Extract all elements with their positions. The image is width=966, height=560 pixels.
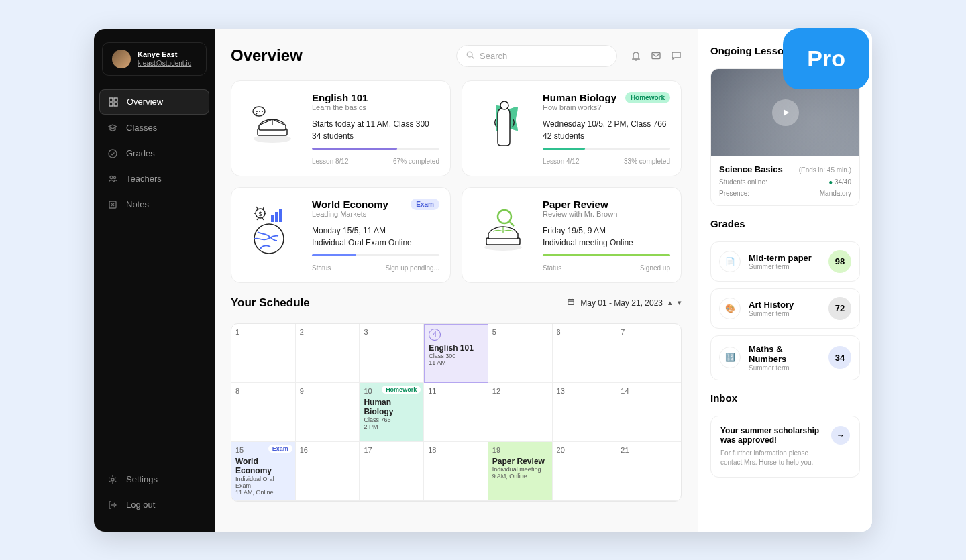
bell-icon[interactable] [631,50,641,61]
day-number: 1 [235,328,239,336]
svg-point-8 [111,478,114,481]
grade-item[interactable]: 🔢 Maths & Numbers Summer term 34 [710,335,860,380]
search-placeholder: Search [480,51,507,61]
day-number: 14 [621,387,629,395]
sidebar-item-teachers[interactable]: Teachers [99,167,209,191]
calendar-cell[interactable]: 10Homework Human Biology Class 766 2 PM [360,383,424,442]
calendar-cell[interactable]: 8 [231,383,296,442]
event-sub1: Individual meeting [492,466,548,473]
sidebar-item-overview[interactable]: Overview [99,89,209,115]
card-line1: Wednesday 10/5, 2 PM, Class 766 [543,119,670,129]
calendar-cell[interactable]: 2 [296,324,360,383]
calendar-cell[interactable]: 15Exam World Economy Individual Oral Exa… [231,442,296,501]
profile-card[interactable]: Kanye East k.east@student.io [102,42,207,76]
grade-score: 72 [828,297,851,320]
nav: Overview Classes Grades Teachers [94,89,215,459]
progress-pct: 33% completed [624,158,670,165]
day-number: 7 [621,328,625,336]
event-sub2: 11 AM [429,359,484,366]
calendar-cell[interactable]: 19 Paper Review Individual meeting 9 AM,… [488,442,553,501]
search-input[interactable]: Search [456,45,617,67]
sidebar-item-classes[interactable]: Classes [99,116,209,140]
avatar [112,50,131,68]
card-illustration [473,92,533,152]
profile-email[interactable]: k.east@student.io [138,59,191,68]
nav-label: Classes [126,123,157,133]
inbox-title: Your summer scholarship was approved! [720,426,823,445]
calendar-cell[interactable]: 13 [553,383,617,442]
mail-icon[interactable] [651,50,661,61]
card-line1: Friday 19/5, 9 AM [543,226,670,235]
grade-item[interactable]: 📄 Mid-term paper Summer term 98 [710,241,860,282]
sidebar-item-grades[interactable]: Grades [99,142,209,166]
svg-rect-27 [488,233,518,239]
calendar-cell[interactable]: 5 [488,324,553,383]
day-number: 2 [300,328,304,336]
calendar-cell[interactable]: 20 [553,442,617,501]
grade-item[interactable]: 🎨 Art History Summer term 72 [710,288,860,329]
sidebar-item-notes[interactable]: Notes [99,192,209,217]
card-line2: Individual Oral Exam Online [312,238,439,247]
day-number: 3 [364,328,368,336]
day-number: 16 [300,446,308,454]
grades-list: 📄 Mid-term paper Summer term 98 🎨 Art Hi… [710,241,860,380]
event-sub2: 2 PM [364,423,419,430]
right-panel: Ongoing Lesson Science Basics (Ends in: … [698,29,872,532]
calendar-cell[interactable]: 4 English 101 Class 300 11 AM [424,324,488,383]
day-number: 4 [429,329,441,341]
chevron-down-icon[interactable]: ▾ [678,298,682,307]
inbox-message[interactable]: Your summer scholarship was approved! Fo… [710,416,860,478]
day-number: 6 [557,328,561,336]
calendar-cell[interactable]: 21 [616,442,681,501]
calendar-cell[interactable]: 12 [488,383,553,442]
event-sub2: 9 AM, Online [492,473,548,480]
play-icon[interactable] [772,99,799,126]
sidebar-item-logout[interactable]: Log out [99,493,209,517]
status-bar [543,254,670,256]
status-label: Status [543,264,561,272]
svg-point-9 [467,52,472,57]
calendar-cell[interactable]: 1 [231,324,296,383]
course-card[interactable]: English 101 Learn the basics Starts toda… [231,80,451,176]
day-number: 8 [235,387,239,395]
svg-point-5 [110,176,113,178]
svg-rect-2 [109,103,113,106]
course-card[interactable]: $ World Economy Leading Markets Exam Mon… [231,187,451,283]
card-subtitle: Leading Markets [312,210,388,218]
day-number: 18 [428,446,436,454]
svg-rect-24 [279,209,282,222]
svg-rect-3 [114,103,117,106]
day-number: 10 [364,387,372,395]
event-title: English 101 [429,343,484,353]
nav-label: Grades [126,148,155,158]
calendar-cell[interactable]: 17 [360,442,424,501]
svg-rect-13 [259,125,286,130]
day-number: 21 [621,446,629,454]
arrow-right-icon[interactable]: → [831,426,850,445]
calendar-cell[interactable]: 11 [424,383,488,442]
calendar-cell[interactable]: 3 [360,324,424,383]
grades-heading: Grades [710,218,860,229]
card-title: Paper Review [543,199,617,210]
topbar: Overview Search [231,45,682,67]
search-icon [466,51,474,61]
profile-name: Kanye East [138,50,191,59]
calendar-cell[interactable]: 7 [616,324,681,383]
day-number: 11 [428,387,436,395]
chevron-up-icon[interactable]: ▴ [668,298,672,307]
nav-bottom: Settings Log out [94,459,215,518]
date-range-nav: May 01 - May 21, 2023 ▴ ▾ [567,298,682,308]
svg-rect-10 [652,53,660,59]
grade-icon: 📄 [719,251,741,272]
course-card[interactable]: Human Biology How brain works? Homework … [462,80,682,176]
calendar-cell[interactable]: 14 [616,383,681,442]
card-subtitle: Review with Mr. Brown [543,210,617,218]
card-title: World Economy [312,199,388,210]
calendar-cell[interactable]: 6 [553,324,617,383]
course-card[interactable]: Paper Review Review with Mr. Brown Frida… [462,187,682,283]
calendar-cell[interactable]: 9 [296,383,360,442]
calendar-cell[interactable]: 16 [296,442,360,501]
sidebar-item-settings[interactable]: Settings [99,467,209,492]
chat-icon[interactable] [671,50,682,61]
calendar-cell[interactable]: 18 [424,442,488,501]
